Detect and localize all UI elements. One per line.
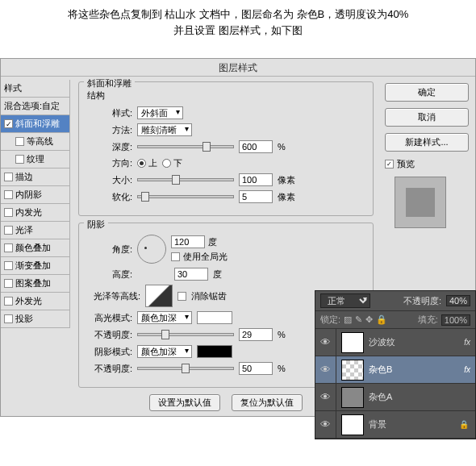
angle-label: 角度: — [87, 243, 132, 256]
highlight-opacity-slider[interactable] — [137, 333, 234, 336]
style-item-label: 外发光 — [15, 295, 42, 307]
fx-badge[interactable]: fx — [464, 365, 470, 374]
style-label: 样式: — [87, 107, 132, 119]
style-item-label: 等高线 — [27, 135, 53, 148]
layer-opacity-value[interactable]: 40% — [446, 295, 470, 306]
direction-label: 方向: — [87, 157, 132, 169]
layer-thumbnail[interactable] — [341, 414, 364, 435]
reset-default-button[interactable]: 复位为默认值 — [232, 394, 303, 411]
size-input[interactable] — [239, 173, 273, 186]
preview-checkbox[interactable]: ✓ — [385, 160, 394, 169]
gloss-contour-picker[interactable] — [145, 285, 173, 307]
lock-move-icon[interactable]: ✥ — [365, 314, 373, 325]
style-item-图案叠加[interactable]: 图案叠加 — [1, 275, 70, 293]
style-select[interactable]: 外斜面 — [137, 106, 183, 119]
highlight-mode-select[interactable]: 颜色加深 — [137, 311, 192, 324]
lock-icon: 🔒 — [459, 420, 469, 429]
shadow-opacity-input[interactable] — [239, 362, 273, 375]
soften-label: 软化: — [87, 191, 132, 203]
layer-name: 杂色B — [369, 364, 392, 376]
checkbox-icon[interactable] — [4, 261, 13, 270]
lock-position-icon[interactable]: ✎ — [355, 314, 362, 325]
visibility-eye-icon[interactable]: 👁 — [315, 384, 336, 410]
dialog-title: 图层样式 — [1, 59, 475, 77]
lock-pixels-icon[interactable]: ▨ — [344, 314, 352, 325]
layer-thumbnail[interactable] — [341, 360, 364, 381]
checkbox-icon[interactable] — [15, 155, 24, 164]
highlight-color-swatch[interactable] — [197, 311, 232, 324]
styles-header: 样式 — [1, 80, 70, 98]
checkbox-icon[interactable] — [4, 173, 13, 181]
style-item-纹理[interactable]: 纹理 — [1, 151, 70, 169]
shading-legend: 阴影 — [84, 218, 108, 231]
new-style-button[interactable]: 新建样式... — [385, 133, 469, 152]
layer-row[interactable]: 👁杂色Bfx — [315, 356, 475, 384]
shadow-mode-select[interactable]: 颜色加深 — [137, 345, 192, 358]
style-item-光泽[interactable]: 光泽 — [1, 222, 70, 239]
checkbox-icon[interactable] — [4, 226, 13, 235]
lock-all-icon[interactable]: 🔒 — [376, 314, 387, 325]
highlight-opacity-input[interactable] — [239, 328, 273, 341]
layer-blend-mode-select[interactable]: 正常 — [320, 293, 370, 308]
style-item-颜色叠加[interactable]: 颜色叠加 — [1, 239, 70, 257]
depth-slider[interactable] — [137, 145, 234, 148]
checkbox-icon[interactable]: ✓ — [4, 119, 13, 128]
style-item-描边[interactable]: 描边 — [1, 169, 70, 186]
angle-input[interactable] — [171, 235, 205, 248]
direction-up-radio[interactable]: 上 — [137, 157, 157, 169]
checkbox-icon[interactable] — [4, 190, 13, 199]
direction-down-radio[interactable]: 下 — [162, 157, 182, 169]
checkbox-icon[interactable] — [4, 314, 13, 323]
shadow-color-swatch[interactable] — [197, 345, 232, 358]
structure-label: 结构 — [87, 89, 365, 102]
checkbox-icon[interactable] — [4, 297, 13, 306]
style-item-label: 内阴影 — [15, 189, 42, 201]
visibility-eye-icon[interactable]: 👁 — [315, 329, 336, 356]
blend-options-row[interactable]: 混合选项:自定 — [1, 98, 70, 115]
soften-input[interactable] — [239, 190, 273, 203]
checkbox-icon[interactable] — [4, 208, 13, 217]
style-item-等高线[interactable]: 等高线 — [1, 133, 70, 151]
gloss-contour-label: 光泽等高线: — [87, 290, 140, 302]
layer-row[interactable]: 👁沙波纹fx — [315, 329, 475, 356]
layer-thumbnail[interactable] — [341, 387, 364, 408]
style-item-label: 图案叠加 — [15, 277, 51, 289]
style-item-内阴影[interactable]: 内阴影 — [1, 186, 70, 204]
technique-label: 方法: — [87, 124, 132, 136]
layer-row[interactable]: 👁杂色A — [315, 384, 475, 411]
visibility-eye-icon[interactable]: 👁 — [315, 356, 336, 383]
checkbox-icon[interactable] — [15, 137, 24, 146]
layer-thumbnail[interactable] — [341, 332, 364, 353]
angle-dial[interactable] — [137, 235, 166, 264]
ok-button[interactable]: 确定 — [385, 83, 469, 102]
shadow-opacity-slider[interactable] — [137, 367, 234, 370]
shadow-opacity-label: 不透明度: — [87, 363, 132, 375]
checkbox-icon[interactable] — [4, 243, 13, 252]
visibility-eye-icon[interactable]: 👁 — [315, 411, 336, 438]
style-item-外发光[interactable]: 外发光 — [1, 293, 70, 310]
make-default-button[interactable]: 设置为默认值 — [149, 394, 220, 411]
shadow-mode-label: 阴影模式: — [87, 346, 132, 358]
style-item-投影[interactable]: 投影 — [1, 310, 70, 328]
fx-badge[interactable]: fx — [464, 338, 470, 347]
antialias-checkbox[interactable] — [177, 292, 186, 301]
layer-name: 杂色A — [369, 391, 392, 403]
style-item-斜面和浮雕[interactable]: ✓斜面和浮雕 — [1, 115, 70, 133]
style-item-label: 光泽 — [15, 224, 33, 236]
altitude-input[interactable] — [174, 268, 208, 281]
soften-slider[interactable] — [137, 195, 234, 198]
checkbox-icon[interactable] — [4, 279, 13, 288]
layer-fill-value[interactable]: 100% — [441, 314, 470, 326]
style-item-内发光[interactable]: 内发光 — [1, 204, 70, 222]
size-slider[interactable] — [137, 178, 234, 181]
instruction-text: 将这些杂色点复制到 枯山水 文档中，图层命名为 杂色B，透明度设为40% 并且设… — [0, 0, 476, 48]
style-item-渐变叠加[interactable]: 渐变叠加 — [1, 257, 70, 275]
technique-select[interactable]: 雕刻清晰 — [137, 123, 192, 136]
preview-thumbnail — [395, 177, 446, 228]
lock-label: 锁定: — [320, 314, 340, 326]
cancel-button[interactable]: 取消 — [385, 108, 469, 127]
layer-row[interactable]: 👁背景🔒 — [315, 411, 475, 439]
depth-input[interactable] — [239, 140, 273, 153]
global-light-checkbox[interactable] — [171, 252, 180, 261]
fill-label: 填充: — [418, 314, 438, 326]
